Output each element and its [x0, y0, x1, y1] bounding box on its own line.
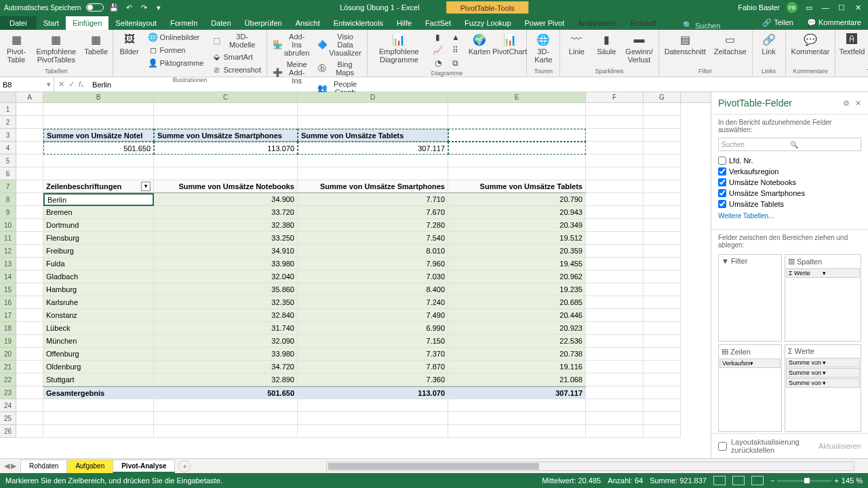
visio-button[interactable]: 🔷Visio Data Visualizer	[315, 31, 363, 58]
pivot-value[interactable]: 20.738	[448, 348, 586, 361]
cell[interactable]	[644, 193, 681, 206]
pivot-row-label[interactable]: Karlsruhe	[43, 296, 154, 309]
pivot-value[interactable]: 7.280	[298, 219, 448, 232]
pivot-value[interactable]: 19.116	[448, 361, 586, 373]
cell[interactable]	[644, 180, 681, 193]
pivot-row-label[interactable]: Stuttgart	[43, 373, 154, 386]
cell[interactable]	[586, 103, 644, 116]
ribbon-options-icon[interactable]: ▭	[804, 3, 814, 12]
value-chip[interactable]: Summe von Umsätze ...▾	[786, 378, 860, 388]
cell[interactable]	[586, 270, 644, 283]
cell[interactable]	[298, 116, 448, 129]
cell[interactable]	[586, 180, 644, 193]
pivot-value[interactable]: 7.150	[298, 335, 448, 348]
chevron-down-icon[interactable]: ▾	[47, 80, 51, 89]
cell[interactable]	[16, 386, 43, 399]
cell[interactable]	[154, 412, 298, 425]
row-header[interactable]: 24	[0, 399, 16, 412]
pivot-value[interactable]: 19.235	[448, 283, 586, 296]
field-checkbox[interactable]	[718, 167, 726, 176]
cell[interactable]	[448, 167, 586, 180]
cell[interactable]	[448, 155, 586, 167]
pivot-value[interactable]: 7.870	[298, 361, 448, 373]
cell[interactable]	[448, 116, 586, 129]
row-header[interactable]: 17	[0, 309, 16, 322]
pivot-value[interactable]: 32.090	[154, 335, 298, 348]
cell[interactable]	[43, 425, 154, 438]
cell[interactable]	[154, 425, 298, 438]
row-header[interactable]: 21	[0, 361, 16, 373]
cell[interactable]	[644, 245, 681, 258]
cell[interactable]	[586, 219, 644, 232]
cell[interactable]	[43, 399, 154, 412]
field-checkbox[interactable]	[718, 200, 726, 208]
cell[interactable]	[644, 129, 681, 142]
cell[interactable]	[154, 167, 298, 180]
row-header[interactable]: 6	[0, 167, 16, 180]
cell[interactable]	[644, 116, 681, 129]
maximize-icon[interactable]: ☐	[837, 3, 846, 12]
pivot-value[interactable]: 20.349	[448, 219, 586, 232]
cell[interactable]	[16, 129, 43, 142]
cell[interactable]	[298, 103, 448, 116]
cell[interactable]	[644, 258, 681, 270]
cell[interactable]	[644, 155, 681, 167]
pivot-total-value[interactable]: 113.070	[298, 386, 448, 399]
cell[interactable]	[586, 399, 644, 412]
cell[interactable]	[154, 103, 298, 116]
cell[interactable]	[16, 399, 43, 412]
pivot-value[interactable]: 31.740	[154, 322, 298, 335]
summary-header[interactable]: Summe von Umsätze Notel	[43, 129, 154, 142]
3dmap-button[interactable]: 🌐3D- Karte	[530, 31, 557, 65]
save-icon[interactable]: 💾	[109, 3, 119, 12]
select-all-corner[interactable]	[0, 92, 16, 102]
cell[interactable]	[154, 399, 298, 412]
sheet-prev-icon[interactable]: ◀	[4, 462, 9, 470]
gear-icon[interactable]: ⚙	[843, 99, 850, 108]
pivot-col-header[interactable]: Summe von Umsätze Tablets	[448, 180, 586, 193]
3dmodels-button[interactable]: ⬚3D-Modelle	[209, 31, 264, 50]
row-header[interactable]: 14	[0, 270, 16, 283]
pivot-value[interactable]: 34.900	[154, 193, 298, 206]
pivot-value[interactable]: 8.400	[298, 283, 448, 296]
tab-analysieren[interactable]: Analysieren	[571, 16, 623, 30]
cell[interactable]	[586, 155, 644, 167]
zoom-out-icon[interactable]: −	[770, 476, 774, 485]
cell[interactable]	[586, 412, 644, 425]
chart-combo-button[interactable]: ⧉	[448, 57, 463, 69]
cell[interactable]	[16, 142, 43, 155]
get-addins-button[interactable]: 🏪Add-Ins abrufen	[270, 31, 312, 58]
cell[interactable]	[16, 412, 43, 425]
row-chip[interactable]: Verkaufsregion▾	[719, 359, 781, 368]
area-columns[interactable]: ▥SpaltenΣ Werte▾	[785, 254, 861, 342]
cell[interactable]	[448, 129, 586, 142]
pivot-value[interactable]: 32.840	[154, 309, 298, 322]
summary-header[interactable]: Summe von Umsätze Tablets	[298, 129, 448, 142]
pivot-value[interactable]: 32.380	[154, 219, 298, 232]
pivot-value[interactable]: 7.370	[298, 348, 448, 361]
view-normal-icon[interactable]	[713, 476, 726, 485]
qat-dropdown-icon[interactable]: ▾	[154, 3, 163, 12]
pivot-row-label[interactable]: Fulda	[43, 258, 154, 270]
cell[interactable]	[644, 335, 681, 348]
col-header-F[interactable]: F	[586, 92, 644, 102]
cell[interactable]	[644, 103, 681, 116]
cell[interactable]	[16, 309, 43, 322]
zoom-in-icon[interactable]: +	[834, 476, 838, 485]
cell[interactable]	[16, 373, 43, 386]
cell[interactable]	[43, 412, 154, 425]
cell[interactable]	[586, 116, 644, 129]
summary-header[interactable]: Summe von Umsätze Smartphones	[154, 129, 298, 142]
sparkwinloss-button[interactable]: ▬Gewinn/ Verlust	[623, 31, 655, 65]
undo-icon[interactable]: ↶	[124, 3, 134, 12]
cell[interactable]	[298, 399, 448, 412]
cell[interactable]	[586, 245, 644, 258]
cell[interactable]	[16, 103, 43, 116]
panel-search[interactable]: Suchen🔍	[718, 138, 861, 151]
cell[interactable]	[644, 142, 681, 155]
comments-button[interactable]: 💬 Kommentare	[800, 16, 868, 30]
field-checkbox[interactable]	[718, 189, 726, 197]
col-header-A[interactable]: A	[16, 92, 43, 102]
minimize-icon[interactable]: —	[821, 3, 830, 12]
col-header-G[interactable]: G	[644, 92, 681, 102]
